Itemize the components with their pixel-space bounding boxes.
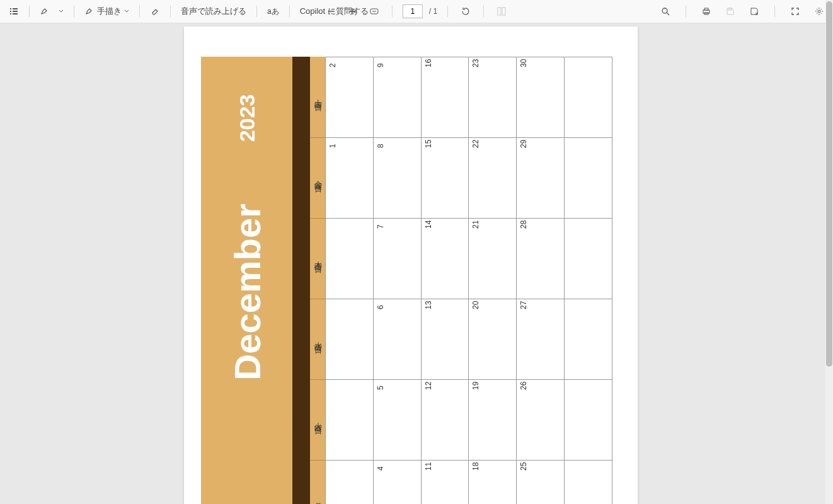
date-number: 4 (376, 466, 385, 471)
calendar-cell: 2 (325, 57, 373, 137)
zoom-out-icon[interactable] (324, 5, 339, 18)
scrollbar-thumb[interactable] (826, 1, 832, 367)
search-icon[interactable] (658, 5, 673, 18)
scrollbar-track[interactable] (825, 0, 833, 504)
rotate-icon[interactable] (458, 5, 473, 18)
calendar-cell: 18 (468, 461, 516, 504)
day-header: 土曜日 (310, 57, 325, 137)
date-number: 13 (424, 301, 433, 309)
calendar: December 2023 土曜日金曜日木曜日水曜日火曜日月曜日 2916233… (201, 57, 612, 504)
toolbar: 手描き 音声で読み上げる aあ Copilot に質問する / 1 (0, 0, 833, 23)
calendar-cell: 22 (468, 138, 516, 218)
day-header: 火曜日 (310, 379, 325, 460)
calendar-cell (325, 299, 373, 379)
date-number: 27 (519, 301, 528, 309)
date-number: 11 (424, 462, 433, 471)
day-header-label: 月曜日 (313, 497, 323, 505)
banner-accent-bar (292, 57, 310, 504)
calendar-cell: 25 (516, 461, 564, 504)
draw-button[interactable]: 手描き (82, 4, 132, 18)
page-total-label: / 1 (429, 7, 437, 16)
day-header-label: 木曜日 (313, 255, 323, 263)
zoom-in-icon[interactable] (345, 5, 360, 18)
month-banner: December 2023 (201, 57, 292, 504)
contents-icon[interactable] (6, 5, 21, 18)
calendar-row: 7142128 (325, 219, 612, 299)
date-number: 22 (471, 140, 480, 148)
date-number: 23 (471, 59, 480, 67)
calendar-cell: 11 (421, 461, 469, 504)
save-as-icon[interactable] (747, 5, 762, 18)
calendar-row: 29162330 (325, 57, 612, 138)
date-number: 14 (424, 220, 433, 229)
calendar-cell: 19 (468, 380, 516, 460)
page-number-input[interactable] (403, 4, 423, 18)
viewport: December 2023 土曜日金曜日木曜日水曜日火曜日月曜日 2916233… (0, 23, 825, 504)
svg-rect-2 (502, 8, 505, 15)
date-number: 19 (471, 382, 480, 390)
date-number: 30 (519, 59, 528, 67)
print-icon[interactable] (699, 5, 714, 18)
eraser-icon[interactable] (147, 5, 163, 18)
date-number: 1 (328, 144, 337, 148)
date-number: 6 (376, 305, 385, 309)
translate-icon[interactable]: aあ (265, 5, 282, 18)
date-number: 25 (519, 462, 528, 471)
highlighter-icon[interactable] (37, 5, 52, 18)
day-header-label: 金曜日 (313, 175, 323, 182)
svg-rect-1 (498, 8, 501, 15)
year-label: 2023 (234, 94, 259, 142)
calendar-cell: 12 (421, 380, 469, 460)
page-view-icon[interactable] (494, 5, 509, 18)
fit-width-icon[interactable] (367, 5, 382, 18)
day-header: 金曜日 (310, 137, 325, 218)
calendar-cell: 4 (373, 461, 421, 504)
calendar-row: 4111825 (325, 461, 612, 504)
calendar-cell: 16 (421, 57, 469, 137)
day-header: 月曜日 (310, 460, 325, 504)
calendar-cell: 21 (468, 219, 516, 299)
calendar-cell: 28 (516, 219, 564, 299)
calendar-cell: 27 (516, 299, 564, 379)
calendar-cell (564, 299, 612, 379)
calendar-cell: 14 (421, 219, 469, 299)
date-number: 2 (328, 63, 337, 67)
svg-rect-7 (728, 8, 732, 10)
calendar-cell (325, 380, 373, 460)
document-page: December 2023 土曜日金曜日木曜日水曜日火曜日月曜日 2916233… (184, 26, 638, 504)
day-header: 水曜日 (310, 299, 325, 379)
svg-rect-5 (704, 8, 708, 10)
read-aloud-button[interactable]: 音声で読み上げる (178, 4, 249, 18)
calendar-cell: 15 (421, 138, 469, 218)
date-number: 26 (519, 382, 528, 390)
date-number: 9 (376, 63, 385, 67)
svg-point-3 (662, 8, 667, 13)
fullscreen-icon[interactable] (788, 5, 803, 18)
day-header-column: 土曜日金曜日木曜日水曜日火曜日月曜日 (310, 57, 325, 504)
settings-icon[interactable] (812, 5, 827, 18)
date-number: 21 (471, 220, 480, 229)
date-number: 5 (376, 386, 385, 390)
date-number: 18 (471, 462, 480, 471)
calendar-row: 6132027 (325, 299, 612, 380)
calendar-cell: 20 (468, 299, 516, 379)
day-header-label: 火曜日 (313, 416, 323, 424)
date-number: 16 (424, 59, 433, 67)
calendar-cell (564, 138, 612, 218)
read-aloud-label: 音声で読み上げる (181, 6, 246, 17)
date-number: 8 (376, 144, 385, 148)
calendar-cell: 5 (373, 380, 421, 460)
draw-label: 手描き (97, 6, 122, 17)
calendar-cell (564, 219, 612, 299)
svg-point-8 (818, 10, 820, 13)
day-header: 木曜日 (310, 218, 325, 299)
calendar-cell: 7 (373, 219, 421, 299)
calendar-cell (325, 461, 373, 504)
day-header-label: 土曜日 (313, 93, 323, 101)
month-label: December (226, 203, 268, 380)
date-number: 15 (424, 140, 433, 148)
calendar-cell: 26 (516, 380, 564, 460)
calendar-cell: 8 (373, 138, 421, 218)
highlighter-dropdown-icon[interactable] (56, 8, 66, 15)
save-icon[interactable] (723, 5, 738, 18)
